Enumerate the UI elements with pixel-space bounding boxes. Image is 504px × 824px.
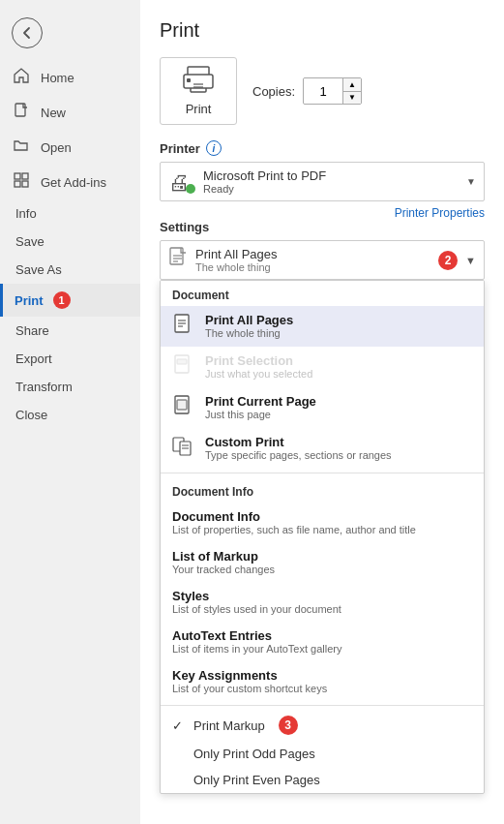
menu-item-document-info[interactable]: Document Info List of properties, such a… xyxy=(161,503,484,542)
main-content: Print Print Copies: ▲ ▼ xyxy=(140,0,504,824)
printer-info: Microsoft Print to PDF Ready xyxy=(203,168,459,195)
sidebar-item-save-as[interactable]: Save As xyxy=(0,256,140,284)
printer-status-indicator xyxy=(186,184,195,194)
settings-doc-icon xyxy=(168,247,188,273)
printer-dropdown-arrow: ▼ xyxy=(466,176,476,187)
sidebar-item-share-label: Share xyxy=(15,323,49,338)
menu-item-styles[interactable]: Styles List of styles used in your docum… xyxy=(161,582,484,622)
menu-item-odd-pages[interactable]: Only Print Odd Pages xyxy=(161,741,484,767)
odd-pages-label: Only Print Odd Pages xyxy=(193,747,315,761)
print-selection-title: Print Selection xyxy=(205,353,312,368)
printer-section-label: Printer xyxy=(160,141,200,156)
settings-dropdown-trigger[interactable]: Print All Pages The whole thing 2 ▼ xyxy=(160,240,485,280)
menu-item-key-assignments[interactable]: Key Assignments List of your custom shor… xyxy=(161,661,484,701)
printer-icon xyxy=(182,66,215,98)
sidebar-item-info-label: Info xyxy=(15,206,37,221)
sidebar-item-transform[interactable]: Transform xyxy=(0,373,140,401)
print-current-page-desc: Just this page xyxy=(205,409,316,420)
svg-rect-4 xyxy=(22,181,28,187)
menu-divider-2 xyxy=(161,705,484,706)
open-icon xyxy=(12,137,31,157)
settings-sub-label: The whole thing xyxy=(195,261,430,273)
copies-input[interactable] xyxy=(304,78,342,104)
autotext-entries-title: AutoText Entries xyxy=(172,628,341,643)
print-button[interactable]: Print xyxy=(160,57,237,125)
sidebar-item-save[interactable]: Save xyxy=(0,228,140,256)
printer-section-title: Printer i xyxy=(160,140,485,156)
print-selection-text: Print Selection Just what you selected xyxy=(205,353,312,380)
menu-item-list-of-markup[interactable]: List of Markup Your tracked changes xyxy=(161,542,484,582)
list-of-markup-text: List of Markup Your tracked changes xyxy=(172,549,275,575)
print-all-pages-title: Print All Pages xyxy=(205,313,293,327)
new-icon xyxy=(12,103,31,122)
print-current-page-text: Print Current Page Just this page xyxy=(205,394,316,420)
menu-item-autotext-entries[interactable]: AutoText Entries List of items in your A… xyxy=(161,622,484,661)
document-info-title: Document Info xyxy=(172,509,416,524)
menu-item-print-markup[interactable]: ✓ Print Markup 3 xyxy=(161,710,484,741)
key-assignments-text: Key Assignments List of your custom shor… xyxy=(172,668,327,694)
back-button[interactable] xyxy=(12,17,43,48)
copies-down-button[interactable]: ▼ xyxy=(343,91,361,104)
custom-print-title: Custom Print xyxy=(205,435,392,449)
copies-label: Copies: xyxy=(252,84,295,99)
print-markup-checkmark: ✓ xyxy=(172,718,186,733)
sidebar-item-close[interactable]: Close xyxy=(0,401,140,429)
svg-rect-22 xyxy=(177,400,187,410)
sidebar-item-home-label: Home xyxy=(41,71,74,85)
styles-title: Styles xyxy=(172,589,341,603)
sidebar-item-open-label: Open xyxy=(41,140,72,155)
document-section-header: Document xyxy=(161,281,484,306)
sidebar-item-new[interactable]: New xyxy=(0,95,140,130)
sidebar-item-share[interactable]: Share xyxy=(0,317,140,345)
key-assignments-title: Key Assignments xyxy=(172,668,327,683)
sidebar-item-print[interactable]: Print 1 xyxy=(0,284,140,317)
custom-print-text: Custom Print Type specific pages, sectio… xyxy=(205,435,392,461)
print-selection-icon xyxy=(172,354,195,381)
even-pages-label: Only Print Even Pages xyxy=(193,773,320,787)
sidebar-item-info[interactable]: Info xyxy=(0,199,140,228)
sidebar-item-open[interactable]: Open xyxy=(0,130,140,165)
printer-name: Microsoft Print to PDF xyxy=(203,168,459,183)
menu-item-print-current-page[interactable]: Print Current Page Just this page xyxy=(161,387,484,428)
document-info-desc: List of properties, such as file name, a… xyxy=(172,524,416,535)
print-current-page-icon xyxy=(172,395,195,421)
printer-info-icon[interactable]: i xyxy=(206,140,222,156)
printer-status: Ready xyxy=(203,183,459,195)
copies-up-button[interactable]: ▲ xyxy=(343,78,361,91)
copies-area: Copies: ▲ ▼ xyxy=(252,77,362,105)
autotext-entries-desc: List of items in your AutoText gallery xyxy=(172,643,341,655)
list-of-markup-title: List of Markup xyxy=(172,549,275,564)
sidebar-item-get-add-ins[interactable]: Get Add-ins xyxy=(0,165,140,199)
home-icon xyxy=(12,68,31,87)
printer-icon-area: 🖨 xyxy=(168,170,195,194)
settings-label-area: Print All Pages The whole thing xyxy=(195,247,430,273)
sidebar-item-print-label: Print xyxy=(15,293,44,308)
svg-rect-2 xyxy=(22,173,28,179)
print-badge: 1 xyxy=(53,291,71,309)
sidebar-item-transform-label: Transform xyxy=(15,380,73,394)
settings-main-label: Print All Pages xyxy=(195,247,430,261)
menu-item-custom-print[interactable]: Custom Print Type specific pages, sectio… xyxy=(161,428,484,469)
get-add-ins-icon xyxy=(12,172,31,192)
styles-desc: List of styles used in your document xyxy=(172,603,341,615)
print-current-page-title: Print Current Page xyxy=(205,394,316,409)
autotext-entries-text: AutoText Entries List of items in your A… xyxy=(172,628,341,655)
list-of-markup-desc: Your tracked changes xyxy=(172,564,275,575)
settings-badge: 2 xyxy=(438,251,458,270)
doc-info-section-header: Document Info xyxy=(161,477,484,503)
print-button-area: Print Copies: ▲ ▼ xyxy=(160,57,485,125)
print-all-pages-desc: The whole thing xyxy=(205,327,293,339)
printer-properties-link[interactable]: Printer Properties xyxy=(395,206,485,220)
sidebar-item-export[interactable]: Export xyxy=(0,345,140,373)
sidebar-item-new-label: New xyxy=(41,106,66,120)
settings-section-title: Settings xyxy=(160,220,485,234)
svg-rect-3 xyxy=(15,181,20,187)
print-markup-badge: 3 xyxy=(279,716,298,735)
print-all-pages-text: Print All Pages The whole thing xyxy=(205,313,293,339)
menu-item-print-all-pages[interactable]: Print All Pages The whole thing xyxy=(161,306,484,347)
printer-selector[interactable]: 🖨 Microsoft Print to PDF Ready ▼ xyxy=(160,162,485,201)
sidebar-item-home[interactable]: Home xyxy=(0,60,140,95)
menu-divider-1 xyxy=(161,473,484,473)
settings-dropdown-arrow: ▼ xyxy=(465,255,476,266)
menu-item-even-pages[interactable]: Only Print Even Pages xyxy=(161,767,484,793)
